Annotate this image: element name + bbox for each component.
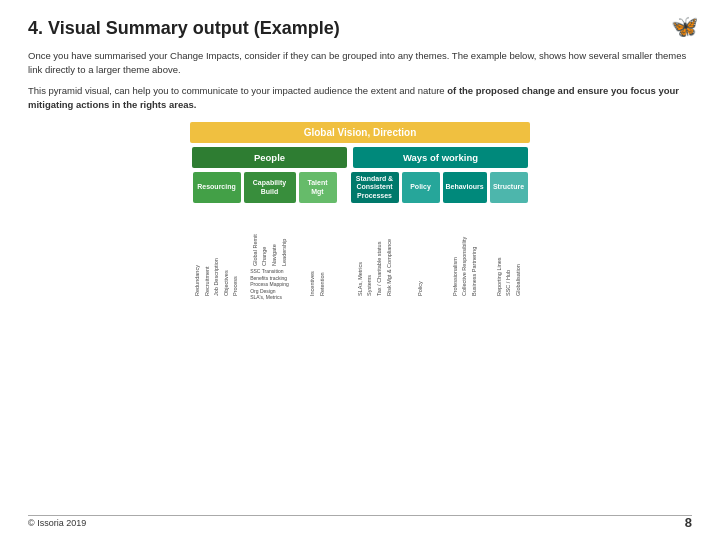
leadership-item: Leadership (280, 206, 289, 266)
process-item: Process (231, 206, 240, 296)
gap-spacer (340, 172, 348, 203)
butterfly-icon: 🦋 (671, 14, 698, 40)
people-box: People (192, 147, 347, 168)
systems-item: Systems (365, 206, 374, 296)
policy-item: Policy (416, 206, 425, 296)
reporting-lines-item: Reporting Lines (495, 206, 504, 296)
business-partnering-item: Business Partnering (470, 206, 479, 296)
globalisation-item: Globalisation (514, 206, 523, 296)
talent-box: Talent Mgt (299, 172, 337, 203)
ways-of-working-box: Ways of working (353, 147, 528, 168)
global-vision-row: Global Vision, Direction (28, 122, 692, 143)
behaviours-detail: Professionalism Collective Responsibilit… (443, 206, 487, 296)
standard-box: Standard & Consistent Processes (351, 172, 399, 203)
risk-item: Risk Mgt & Compliance (385, 206, 394, 296)
resourcing-box: Resourcing (193, 172, 241, 203)
professionalism-item: Professionalism (451, 206, 460, 296)
resourcing-detail: Redundancy Recruitment Job Description O… (193, 206, 241, 296)
structure-box: Structure (490, 172, 528, 203)
copyright-text: © Issoria 2019 (28, 518, 86, 528)
redundancy-item: Redundancy (193, 206, 202, 296)
slas-metrics-item: SLAs, Metrics (356, 206, 365, 296)
incentives-item: Incentives (308, 206, 317, 296)
level2-row: People Ways of working (28, 147, 692, 168)
recruitment-item: Recruitment (203, 206, 212, 296)
level3-row: Resourcing Capability Build Talent Mgt S… (28, 172, 692, 203)
behaviours-box: Behaviours (443, 172, 487, 203)
policy-detail: Policy (402, 206, 440, 296)
policy-box: Policy (402, 172, 440, 203)
capability-detail: Global Remit Change Navigate Leadership … (244, 206, 296, 301)
page: 🦋 4. Visual Summary output (Example) Onc… (0, 0, 720, 540)
page-title: 4. Visual Summary output (Example) (28, 18, 692, 39)
page-number: 8 (685, 515, 692, 530)
pyramid-diagram: Global Vision, Direction People Ways of … (28, 122, 692, 306)
structure-detail: Reporting Lines SSC / Hub Globalisation (490, 206, 528, 296)
global-vision-box: Global Vision, Direction (190, 122, 530, 143)
change-item: Change (260, 206, 269, 266)
collective-item: Collective Responsibility (460, 206, 469, 296)
objectives-item: Objectives (222, 206, 231, 296)
job-desc-item: Job Description (212, 206, 221, 296)
tax-item: Tax / Charitable status (375, 206, 384, 296)
capability-box: Capability Build (244, 172, 296, 203)
talent-detail: Incentives Retention (299, 206, 337, 296)
intro-text: Once you have summarised your Change Imp… (28, 49, 692, 78)
ssc-note: SSC TransitionBenefits trackingProcess M… (250, 268, 289, 301)
retention-item: Retention (318, 206, 327, 296)
level4-row: Redundancy Recruitment Job Description O… (28, 206, 692, 306)
global-remit-item: Global Remit (251, 206, 260, 266)
footer: © Issoria 2019 8 (28, 515, 692, 530)
bold-intro-text: This pyramid visual, can help you to com… (28, 84, 692, 113)
ssc-hub-item: SSC / Hub (504, 206, 513, 296)
standard-detail: SLAs, Metrics Systems Tax / Charitable s… (351, 206, 399, 296)
navigate-item: Navigate (270, 206, 279, 266)
